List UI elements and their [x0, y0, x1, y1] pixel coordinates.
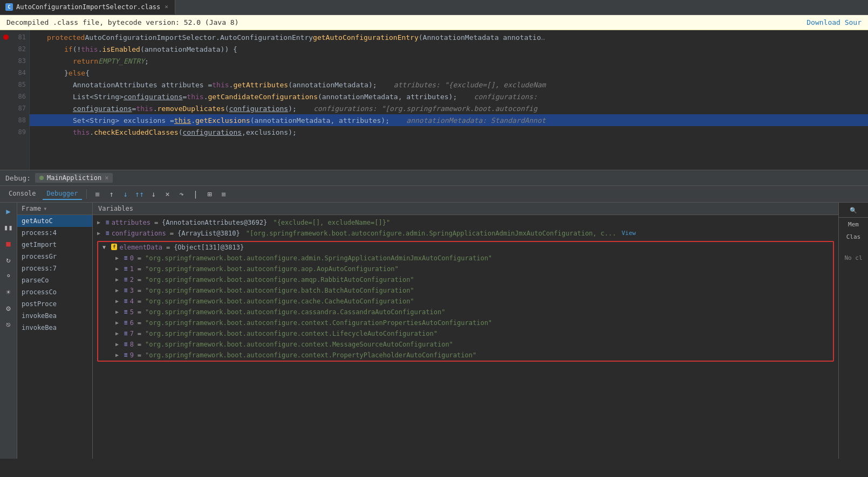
var-element-3[interactable]: ▶ ≡ 3 = "org.springframework.boot.autoco…: [98, 285, 833, 296]
var-attributes[interactable]: ▶ ≡ attributes = {AnnotationAttributes@3…: [93, 217, 838, 228]
frame-item-1[interactable]: process:4: [17, 227, 92, 239]
var-element-8[interactable]: ▶ ≡ 8 = "org.springframework.boot.autoco…: [98, 339, 833, 350]
pause-icon[interactable]: ▮▮: [2, 221, 15, 234]
mute-icon[interactable]: ⚬: [2, 269, 15, 282]
var-type-icon-4: ≡: [124, 298, 128, 305]
search-icon-right[interactable]: 🔍: [848, 205, 859, 216]
camera-icon[interactable]: ☀: [2, 286, 15, 299]
code-line-83: return EMPTY_ENTRY ;: [30, 55, 868, 67]
expand-arrow-0[interactable]: ▶: [115, 255, 122, 261]
var-element-7[interactable]: ▶ ≡ 7 = "org.springframework.boot.autoco…: [98, 328, 833, 339]
toolbar-watch-icon[interactable]: |: [189, 188, 201, 200]
right-panel-divider: [839, 217, 868, 218]
debug-toolbar: Console Debugger ≡ ↑ ↓ ↑↑ ↓ × ↷ | ⊞ ≡: [0, 186, 868, 203]
resume-icon[interactable]: ▶: [2, 205, 15, 218]
stop-icon[interactable]: ■: [2, 237, 15, 250]
gutter-marker-87: [3, 106, 9, 111]
frames-dropdown-icon[interactable]: ▾: [43, 205, 47, 212]
frame-label-0: getAutoC: [22, 217, 53, 225]
var-element-9[interactable]: ▶ ≡ 9 = "org.springframework.boot.autoco…: [98, 350, 833, 361]
expand-arrow-elementdata[interactable]: ▼: [102, 244, 109, 250]
tab-console[interactable]: Console: [4, 188, 40, 200]
toolbar-evaluate-icon[interactable]: ↷: [175, 188, 187, 200]
expand-arrow-6[interactable]: ▶: [115, 320, 122, 326]
toolbar-drop-frame-icon[interactable]: ×: [161, 188, 173, 200]
gutter-row-81: 81: [0, 31, 29, 43]
frame-item-8[interactable]: invokeBea: [17, 310, 92, 322]
frame-label-8: invokeBea: [22, 312, 57, 320]
session-close-btn[interactable]: ×: [105, 174, 108, 182]
var-element-data[interactable]: ▼ f elementData = {Object[131]@3813}: [98, 242, 833, 253]
expand-arrow-4[interactable]: ▶: [115, 298, 122, 304]
frame-item-5[interactable]: parseCo: [17, 274, 92, 286]
toolbar-threads-icon[interactable]: ≡: [217, 188, 229, 200]
var-type-icon-3: ≡: [124, 287, 128, 294]
classes-tab-label[interactable]: Clas: [844, 231, 863, 243]
var-element-6[interactable]: ▶ ≡ 6 = "org.springframework.boot.autoco…: [98, 317, 833, 328]
gutter-row-88: 88: [0, 114, 29, 126]
toolbar-frames-icon[interactable]: ⊞: [203, 188, 215, 200]
tab-close-button[interactable]: ×: [163, 2, 169, 11]
var-type-icon-configurations: ≡: [106, 230, 110, 237]
toolbar-step-over-icon[interactable]: ↑: [105, 188, 117, 200]
pin-icon[interactable]: ⎋: [2, 318, 15, 331]
var-element-5[interactable]: ▶ ≡ 5 = "org.springframework.boot.autoco…: [98, 307, 833, 317]
file-tab[interactable]: C AutoConfigurationImportSelector.class …: [0, 0, 175, 15]
toolbar-step-out-icon[interactable]: ↑↑: [133, 188, 145, 200]
var-element-4[interactable]: ▶ ≡ 4 = "org.springframework.boot.autoco…: [98, 296, 833, 307]
expand-arrow-1[interactable]: ▶: [115, 266, 122, 272]
code-line-84: } else {: [30, 67, 868, 79]
var-configurations[interactable]: ▶ ≡ configurations = {ArrayList@3810} "[…: [93, 228, 838, 239]
expand-arrow-7[interactable]: ▶: [115, 330, 122, 336]
gutter-marker-89: [3, 129, 9, 135]
frame-item-3[interactable]: processGr: [17, 251, 92, 262]
frame-item-6[interactable]: processCo: [17, 286, 92, 298]
expand-arrow-2[interactable]: ▶: [115, 276, 122, 282]
toolbar-settings-icon[interactable]: ≡: [91, 188, 103, 200]
frame-label-4: process:7: [22, 265, 57, 272]
gutter-row-87: 87: [0, 102, 29, 114]
breakpoint-indicator[interactable]: [3, 34, 9, 40]
variables-panel: Variables ▶ ≡ attributes = {AnnotationAt…: [93, 203, 838, 459]
expand-arrow-8[interactable]: ▶: [115, 341, 122, 347]
var-element-1[interactable]: ▶ ≡ 1 = "org.springframework.boot.autoco…: [98, 264, 833, 274]
tab-debugger[interactable]: Debugger: [43, 188, 83, 200]
debug-session-header: Debug: MainAppliction ×: [0, 170, 868, 186]
gutter-marker-88: [3, 117, 9, 123]
variables-label: Variables: [98, 205, 133, 212]
expand-arrow-5[interactable]: ▶: [115, 309, 122, 315]
expand-arrow-3[interactable]: ▶: [115, 287, 122, 293]
file-tab-label: AutoConfigurationImportSelector.class: [16, 3, 160, 11]
line-numbers-gutter: 81 82 83 84 85 86: [0, 30, 30, 170]
settings-icon[interactable]: ⚙: [2, 302, 15, 315]
var-element-0[interactable]: ▶ ≡ 0 = "org.springframework.boot.autoco…: [98, 253, 833, 264]
toolbar-run-to-cursor-icon[interactable]: ↓: [147, 188, 159, 200]
debug-main-area: ▶ ▮▮ ■ ↻ ⚬ ☀ ⚙ ⎋ Frame ▾ getAutoC proces…: [0, 203, 868, 459]
variables-header: Variables: [93, 203, 838, 215]
code-line-86: List<String> configurations = this . get…: [30, 91, 868, 102]
rerun-icon[interactable]: ↻: [2, 253, 15, 266]
frame-item-2[interactable]: getImport: [17, 239, 92, 251]
debug-session-tab[interactable]: MainAppliction ×: [35, 173, 113, 183]
view-link[interactable]: View: [621, 230, 636, 237]
frames-panel: Frame ▾ getAutoC process:4 getImport pro…: [17, 203, 93, 459]
frame-label-1: process:4: [22, 229, 57, 237]
frame-item-7[interactable]: postProce: [17, 298, 92, 310]
frame-item-4[interactable]: process:7: [17, 262, 92, 274]
code-line-82: if (! this . isEnabled (annotationMetada…: [30, 43, 868, 55]
gutter-row-89: 89: [0, 126, 29, 138]
memory-tab-label[interactable]: Mem: [846, 219, 861, 230]
code-line-89: this . checkExcludedClasses ( configurat…: [30, 126, 868, 138]
session-name: MainAppliction: [47, 174, 101, 182]
frame-item-0[interactable]: getAutoC: [17, 215, 92, 227]
frame-item-9[interactable]: invokeBea: [17, 322, 92, 334]
toolbar-step-into-icon[interactable]: ↓: [119, 188, 131, 200]
var-type-icon-f: f: [111, 244, 117, 250]
var-element-2[interactable]: ▶ ≡ 2 = "org.springframework.boot.autoco…: [98, 274, 833, 285]
code-line-88: Set<String> exclusions = this . getExclu…: [30, 114, 868, 126]
download-source-link[interactable]: Download Sour: [807, 18, 862, 26]
expand-arrow-configurations[interactable]: ▶: [97, 230, 104, 236]
variable-tree: ▶ ≡ attributes = {AnnotationAttributes@3…: [93, 215, 838, 456]
expand-arrow-9[interactable]: ▶: [115, 352, 122, 358]
expand-arrow-attributes[interactable]: ▶: [97, 219, 104, 225]
